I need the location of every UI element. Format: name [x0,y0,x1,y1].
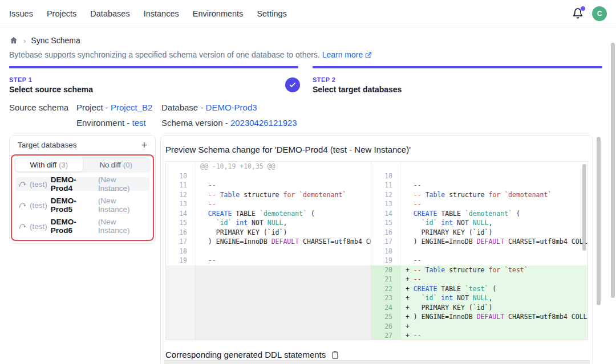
target-databases-title: Target databases [18,141,77,149]
db-item-demo-prod4[interactable]: (test) DEMO-Prod4 (New Instance) [15,177,149,191]
diff-line: 18 [166,247,371,256]
diff-line-added: 20+ -- Table structure for `test` [371,265,587,275]
diff-line: 19 -- [166,256,371,265]
nav-item-environments[interactable]: Environments [193,9,244,18]
notifications-button[interactable] [572,7,585,20]
tab-with-diff[interactable]: With diff (3) [15,158,83,171]
diff-line-added: 26+ [371,322,587,332]
db-name: DEMO-Prod6 [51,218,95,235]
diff-line: 15 `id` int NOT NULL, [166,218,371,228]
ddl-title: Corresponding generated DDL statements [165,350,326,359]
nav-right: C [572,6,607,21]
nav-item-issues[interactable]: Issues [9,9,33,18]
add-target-database-button[interactable]: + [141,141,147,149]
tab-with-diff-count: (3) [59,161,68,169]
step-2-label: STEP 2 [313,76,602,83]
diff-line: 11 -- [166,181,371,190]
nav-item-projects[interactable]: Projects [47,9,76,18]
tab-no-diff[interactable]: No diff (0) [83,158,150,171]
diff-pane-original: @@ -10,19 +10,35 @@10 11 --12 -- Table s… [166,162,371,340]
schema-version-link[interactable]: 20230426121923 [230,118,297,128]
nav-item-databases[interactable]: Databases [90,9,129,18]
breadcrumb: › Sync Schema [9,36,80,45]
mysql-icon [19,180,26,188]
diff-line: 16 PRIMARY KEY (`id`) [166,228,371,238]
db-env: (test) [30,180,47,189]
tab-no-diff-label: No diff [100,161,121,169]
mysql-icon [19,201,26,209]
ddl-code-block-top [164,360,590,364]
diff-line: 19 -- [371,256,587,265]
intro-text: Bytebase supports synchronizing a specif… [9,50,372,60]
source-environment-field: Environment - test [76,118,146,128]
diff-line-added: 22+ CREATE TABLE `test` ( [371,284,587,294]
db-suffix: (New Instance) [98,197,146,214]
diff-line: 10 [166,171,371,181]
diff-line: 16 PRIMARY KEY (`id`) [371,228,587,238]
source-database-field: Database - DEMO-Prod3 [161,103,257,112]
project-label: Project - [76,103,111,112]
top-nav: Issues Projects Databases Instances Envi… [0,0,616,27]
diff-line: 17 ) ENGINE=InnoDB DEFAULT CHARSET=utf8m… [166,237,371,247]
environment-link[interactable]: test [132,118,146,128]
step-1-label: STEP 1 [9,76,298,83]
database-link[interactable]: DEMO-Prod3 [206,103,257,112]
diff-pane-modified: 10 11 --12 -- Table structure for `demot… [371,162,587,340]
page: Issues Projects Databases Instances Envi… [0,0,616,364]
target-list-highlight-box: With diff (3) No diff (0) (test) DEMO-Pr… [11,154,154,241]
db-name: DEMO-Prod4 [51,175,95,193]
tab-with-diff-label: With diff [30,161,56,169]
step-2-title: Select target databases [313,85,602,94]
preview-panel: Preview Schema change for 'DEMO-Prod4 (t… [160,135,593,364]
db-env: (test) [30,201,47,210]
db-name: DEMO-Prod5 [51,197,95,214]
schema-version-label: Schema version - [161,118,230,128]
copy-ddl-button[interactable] [331,350,339,359]
diff-line: 12 -- Table structure for `demotenant` [371,190,587,200]
diff-line [371,162,587,171]
step-2[interactable]: STEP 2 Select target databases [313,66,602,94]
target-panel-header: Target databases + [10,136,155,149]
diff-line: 13 -- [371,199,587,209]
project-link[interactable]: Project_B2 [111,103,152,112]
diff-line: 15 `id` int NOT NULL, [371,218,587,228]
schema-diff-editor: @@ -10,19 +10,35 @@10 11 --12 -- Table s… [165,161,588,340]
diff-filler-region [166,265,371,340]
avatar[interactable]: C [592,6,607,21]
diff-line: 17 ) ENGINE=InnoDB DEFAULT CHARSET=utf8m… [371,237,587,247]
diff-line: 18 [371,247,587,256]
preview-title: Preview Schema change for 'DEMO-Prod4 (t… [165,145,588,154]
db-item-demo-prod5[interactable]: (test) DEMO-Prod5 (New Instance) [15,198,149,212]
nav-items: Issues Projects Databases Instances Envi… [9,9,287,18]
step-1-bar [9,66,298,68]
step-1-title: Select source schema [9,85,298,94]
diff-line-added: 23+ `id` int NOT NULL, [371,293,587,303]
diff-line: 14 CREATE TABLE `demotenant` ( [166,209,371,219]
clipboard-icon [331,350,339,359]
learn-more-link[interactable]: Learn more [322,50,363,59]
mysql-icon [19,222,26,230]
diff-pane-scrollbar[interactable] [582,164,586,251]
page-scrollbar[interactable] [611,43,615,298]
diff-line-added: 24+ PRIMARY KEY (`id`) [371,303,587,313]
step-1[interactable]: STEP 1 Select source schema [9,66,298,94]
target-database-list: (test) DEMO-Prod4 (New Instance) (test) … [12,173,153,233]
ddl-section-header: Corresponding generated DDL statements [165,350,588,359]
content-scrollbar[interactable] [597,137,601,305]
database-label: Database - [161,103,206,112]
diff-line: 12 -- Table structure for `demotenant` [166,190,371,200]
diff-line: @@ -10,19 +10,35 @@ [166,162,371,171]
diff-line: 13 -- [166,199,371,209]
db-item-demo-prod6[interactable]: (test) DEMO-Prod6 (New Instance) [15,219,149,233]
environment-label: Environment - [76,118,132,128]
notification-dot [581,6,585,11]
nav-item-settings[interactable]: Settings [257,9,286,18]
intro-sentence: Bytebase supports synchronizing a specif… [9,50,320,59]
db-suffix: (New Instance) [98,175,146,193]
source-schema-label: Source schema [9,103,68,112]
source-project-field: Project - Project_B2 [76,103,152,112]
nav-item-instances[interactable]: Instances [144,9,179,18]
db-env: (test) [30,222,47,231]
home-icon[interactable] [9,36,18,45]
step-1-completed-check-icon [285,77,300,92]
